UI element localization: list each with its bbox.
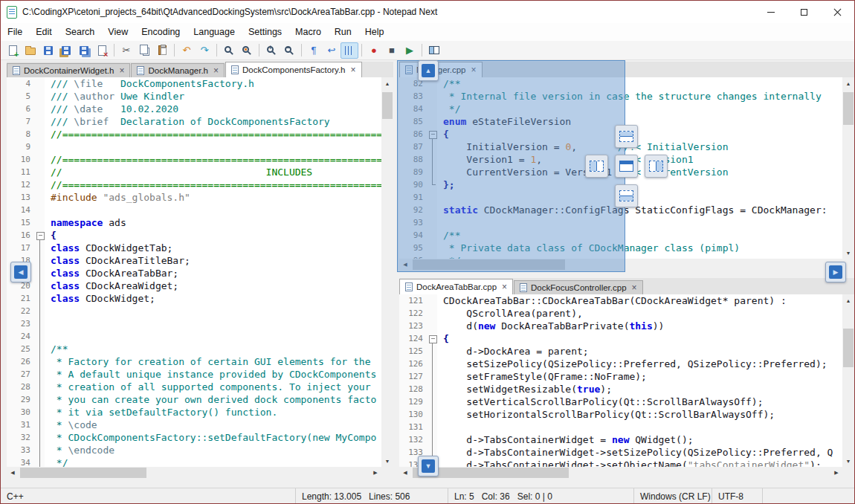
edge-drop-indicator-left-icon[interactable]: ◀ <box>10 262 31 282</box>
toolbar-separator <box>174 44 175 56</box>
scroll-down-icon[interactable]: ▼ <box>842 247 854 259</box>
horizontal-scrollbar[interactable]: ◀ ▶ <box>399 467 842 479</box>
status-cursor-position[interactable]: Ln: 5 Col: 36 Sel: 0 | 0 <box>448 488 633 504</box>
drop-indicator-bottom-icon[interactable] <box>615 184 638 207</box>
word-wrap-button[interactable]: ↩ <box>323 42 341 59</box>
save-all-button[interactable] <box>75 42 93 59</box>
cut-button[interactable]: ✂ <box>117 42 135 59</box>
save-all-icon <box>80 46 88 55</box>
menu-file[interactable]: File <box>1 24 29 40</box>
code-area[interactable]: CDockAreaTabBar::CDockAreaTabBar(CDockAr… <box>437 294 842 467</box>
redo-button[interactable]: ↷ <box>196 42 213 59</box>
save-copy-as-button[interactable] <box>57 42 75 59</box>
line-number: 21 <box>7 292 35 305</box>
vertical-scrollbar[interactable]: ▲ ▼ <box>381 77 393 467</box>
minimize-button[interactable] <box>754 1 787 23</box>
toggle-dock-panels-button[interactable] <box>425 42 443 59</box>
scroll-down-icon[interactable]: ▼ <box>842 455 854 467</box>
paste-button[interactable] <box>153 42 171 59</box>
menu-language[interactable]: Language <box>187 24 242 40</box>
scroll-right-icon[interactable]: ▶ <box>370 467 381 479</box>
menu-search[interactable]: Search <box>59 24 102 40</box>
drop-indicator-left-icon[interactable] <box>585 155 608 178</box>
scroll-left-icon[interactable]: ◀ <box>399 467 411 479</box>
drop-indicator-right-icon[interactable] <box>645 155 668 178</box>
code-line <box>45 305 381 317</box>
tab-close-icon[interactable]: × <box>119 65 124 76</box>
save-file-button[interactable] <box>39 42 57 59</box>
drop-indicator-center-icon[interactable] <box>615 155 638 178</box>
stop-recording-button[interactable]: ■ <box>383 42 401 59</box>
drop-indicator-top-icon[interactable] <box>615 125 638 148</box>
undo-icon: ↶ <box>183 45 191 55</box>
status-language[interactable]: C++ <box>1 488 295 504</box>
undo-button[interactable]: ↶ <box>178 42 196 59</box>
status-encoding[interactable]: UTF-8 <box>712 488 762 504</box>
close-file-button[interactable] <box>93 42 111 59</box>
edge-drop-indicator-top-icon[interactable]: ▲ <box>418 60 439 81</box>
open-file-button[interactable] <box>22 42 39 59</box>
scroll-up-icon[interactable]: ▲ <box>381 77 393 89</box>
status-eol-format[interactable]: Windows (CR LF) <box>633 488 712 504</box>
file-icon <box>13 66 20 75</box>
tab-close-icon[interactable]: × <box>213 65 219 76</box>
run-macro-button[interactable]: ▶ <box>401 42 419 59</box>
fold-margin[interactable] <box>428 294 437 467</box>
scroll-up-icon[interactable]: ▲ <box>842 77 854 89</box>
code-line: //======================================… <box>45 153 381 166</box>
tab-close-icon[interactable]: × <box>632 282 637 293</box>
show-indent-guides-button[interactable] <box>341 42 358 59</box>
replace-button[interactable] <box>238 42 256 59</box>
close-button[interactable] <box>821 1 854 23</box>
fold-margin[interactable] <box>35 77 45 467</box>
maximize-button[interactable] <box>787 1 821 23</box>
code-line: /// \date 10.02.2020 <box>45 103 381 115</box>
horizontal-scrollbar[interactable]: ◀ ▶ <box>7 467 381 479</box>
tab-dockcomponentsfactory-h[interactable]: DockComponentsFactory.h× <box>225 62 362 77</box>
copy-button[interactable] <box>135 42 153 59</box>
vertical-scrollbar[interactable]: ▲ ▼ <box>842 294 854 467</box>
scroll-right-icon[interactable]: ▶ <box>830 467 842 479</box>
menu-run[interactable]: Run <box>328 24 358 40</box>
menu-view[interactable]: View <box>101 24 135 40</box>
zoom-out-button[interactable] <box>280 42 298 59</box>
tab-close-icon[interactable]: × <box>502 282 507 292</box>
title-bar[interactable]: C:\CodingXP\cetoni_projects_64bit\QtAdva… <box>1 1 854 23</box>
fold-collapse-marker[interactable] <box>428 332 437 345</box>
status-doc-stats[interactable]: Length: 13.005 Lines: 506 <box>295 488 448 504</box>
menu-edit[interactable]: Edit <box>29 24 59 40</box>
edge-drop-indicator-right-icon[interactable]: ▶ <box>825 262 846 282</box>
menu-encoding[interactable]: Encoding <box>135 24 187 40</box>
scrollbar-thumb[interactable] <box>843 92 854 125</box>
menu-macro[interactable]: Macro <box>288 24 328 40</box>
tab-dockmanager-h[interactable]: DockManager.h× <box>131 63 225 77</box>
zoom-in-button[interactable] <box>262 42 280 59</box>
scrollbar-thumb[interactable] <box>843 329 854 367</box>
scrollbar-thumb[interactable] <box>382 92 393 119</box>
fold-collapse-marker[interactable] <box>35 229 45 242</box>
scroll-up-icon[interactable]: ▲ <box>842 294 854 306</box>
editor-dockareatabbar[interactable]: 1211221231241251261271281291301311321331… <box>399 294 842 467</box>
vertical-scrollbar[interactable]: ▲ ▼ <box>842 77 854 259</box>
scroll-left-icon[interactable]: ◀ <box>7 467 19 479</box>
fold-margin-cell <box>35 444 45 456</box>
toolbar-separator <box>361 44 362 56</box>
menu-help[interactable]: Help <box>358 24 391 40</box>
new-file-button[interactable] <box>4 42 22 59</box>
tab-close-icon[interactable]: × <box>351 65 356 75</box>
code-area[interactable]: /// \file DockComponentsFactory.h/// \au… <box>45 77 381 467</box>
tab-dockcontainerwidget-h[interactable]: DockContainerWidget.h× <box>7 63 130 77</box>
line-number-margin[interactable]: 1211221231241251261271281291301311321331… <box>399 294 428 467</box>
find-button[interactable] <box>220 42 238 59</box>
line-number: 25 <box>7 343 35 355</box>
edge-drop-indicator-bottom-icon[interactable]: ▼ <box>418 456 439 476</box>
tab-dockareatabbar-cpp[interactable]: DockAreaTabBar.cpp× <box>399 279 513 294</box>
record-macro-button[interactable]: ● <box>365 42 383 59</box>
show-all-characters-button[interactable]: ¶ <box>305 42 323 59</box>
editor-dockcomponentsfactory[interactable]: 4567891011121314151617181920212223242526… <box>7 77 381 467</box>
arrow-up-icon: ▲ <box>422 64 435 77</box>
scrollbar-thumb[interactable] <box>20 468 146 478</box>
tab-dockfocuscontroller-cpp[interactable]: DockFocusController.cpp× <box>514 280 643 294</box>
menu-settings[interactable]: Settings <box>242 24 288 40</box>
scroll-down-icon[interactable]: ▼ <box>381 455 393 467</box>
